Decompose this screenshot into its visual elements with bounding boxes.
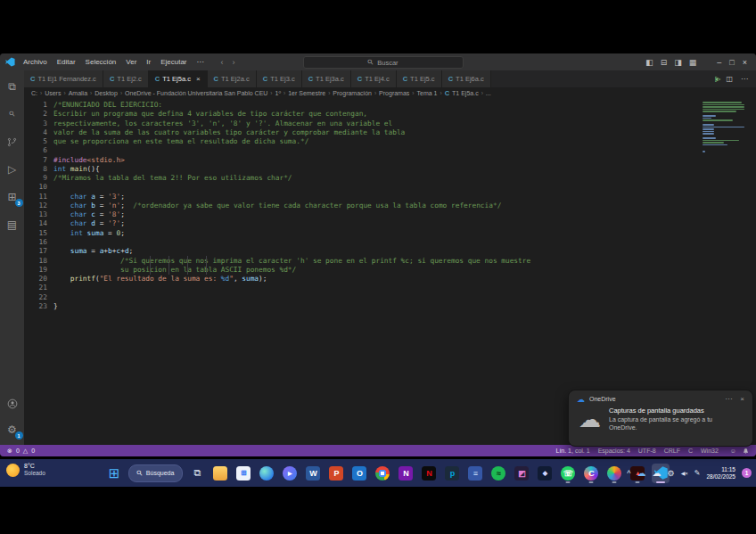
command-search-box[interactable]: ⚲ Buscar [303, 56, 464, 69]
menu-archivo[interactable]: Archivo [22, 58, 48, 66]
notebook-icon[interactable]: ▤ [5, 218, 20, 232]
toggle-secondary-sidebar-icon[interactable]: ◨ [674, 58, 682, 67]
tab-t1-ej1-fernandez-c[interactable]: CT1 Ej1 Fernandez.c [24, 70, 103, 87]
status-crlf[interactable]: CRLF [664, 448, 680, 454]
toggle-sidebar-icon[interactable]: ◧ [645, 58, 653, 67]
status-utf-8[interactable]: UTF-8 [638, 448, 656, 454]
run-debug-icon[interactable]: ▷ [5, 162, 20, 177]
status-c[interactable]: C [688, 448, 693, 454]
customize-layout-icon[interactable]: ▦ [689, 58, 697, 67]
close-tab-icon[interactable]: × [196, 75, 201, 83]
settings-gear-icon[interactable]: ⚙ 1 [5, 423, 20, 437]
toggle-panel-icon[interactable]: ⊟ [661, 58, 668, 67]
volume-mute-icon[interactable]: ◀× [681, 469, 688, 478]
notifications-bell-icon[interactable] [743, 448, 749, 455]
taskbar-clock[interactable]: 11:15 28/02/2025 [706, 466, 735, 480]
breadcrumb-item[interactable]: Users [45, 90, 61, 96]
tab-t1-ej5a-c[interactable]: CT1 Ej5a.c× [149, 70, 208, 87]
media-player-icon[interactable]: ▶ [281, 464, 299, 483]
spotify-icon[interactable]: ≈ [489, 464, 507, 483]
nav-forward-icon[interactable]: › [233, 58, 235, 67]
onedrive-notification[interactable]: ☁ OneDrive ⋯ × ☁ Capturas de pantalla gu… [568, 390, 753, 447]
breadcrumb-item[interactable]: Desktop [94, 90, 118, 96]
notification-close-icon[interactable]: × [740, 395, 744, 403]
restore-button[interactable]: □ [729, 58, 734, 67]
source-control-icon[interactable] [5, 135, 20, 149]
edge-icon[interactable] [258, 464, 275, 483]
netflix-icon[interactable]: N [420, 464, 438, 483]
menu-item[interactable]: ⋯ [196, 58, 205, 66]
tab-t1-ej2a-c[interactable]: CT1 Ej2a.c [208, 70, 257, 87]
code-text: int suma = 0; [53, 229, 125, 238]
weather-widget[interactable]: 8°C Soleado [6, 463, 45, 477]
tab-t1-ej3-c[interactable]: CT1 Ej3.c [257, 70, 302, 87]
menu-editar[interactable]: Editar [56, 58, 77, 66]
powerpoint-icon[interactable]: P [327, 464, 345, 483]
breadcrumb-item[interactable]: OneDrive - Fundación Universitaria San P… [125, 90, 267, 96]
task-view-button[interactable]: ⧉ [188, 464, 206, 483]
creative-app-icon[interactable]: ◩ [513, 464, 530, 483]
account-icon[interactable] [5, 397, 20, 411]
breadcrumb-item[interactable]: C: [31, 90, 37, 96]
breadcrumb-file[interactable]: T1 Ej5a.c [452, 90, 479, 96]
prime-video-icon[interactable]: p [443, 464, 461, 483]
nav-back-icon[interactable]: ‹ [221, 58, 224, 67]
minimap-line [703, 102, 742, 103]
menu-ver[interactable]: Ver [125, 58, 137, 66]
tab-t1-ej4-c[interactable]: CT1 Ej4.c [351, 70, 397, 87]
breadcrumb-item[interactable]: Tema 1 [417, 90, 438, 96]
photos-icon[interactable] [605, 464, 623, 483]
streaming-app-icon[interactable]: ◆ [536, 464, 554, 483]
breadcrumb-symbol[interactable]: ... [486, 90, 491, 96]
tab-t1-ej2-c[interactable]: CT1 Ej2.c [103, 70, 149, 87]
taskbar-search[interactable]: ⚲Búsqueda [128, 464, 183, 482]
minimap[interactable] [703, 102, 749, 152]
start-button[interactable]: ⊞ [105, 464, 123, 483]
status-espacios-4[interactable]: Espacios: 4 [598, 448, 630, 454]
tab-t1-ej3a-c[interactable]: CT1 Ej3a.c [302, 70, 351, 87]
tab-label: T1 Ej6a.c [456, 75, 484, 83]
tab-t1-ej6a-c[interactable]: CT1 Ej6a.c [442, 70, 491, 87]
breadcrumb-item[interactable]: Amalia [69, 90, 87, 96]
notification-count-badge[interactable]: 1 [742, 468, 752, 478]
extensions-icon[interactable]: ⊞ 3 [5, 190, 20, 204]
onedrive-tray-icon[interactable]: ☁ [637, 469, 646, 478]
settings-tray-icon[interactable]: ⚙ [668, 469, 675, 478]
cloud-tray-icon[interactable]: ☁ [653, 469, 662, 478]
notification-more-icon[interactable]: ⋯ [725, 395, 732, 403]
pen-icon[interactable]: ✎ [694, 469, 701, 478]
code-text: int main(){ [53, 165, 100, 174]
breadcrumb-item[interactable]: Programación [333, 90, 372, 96]
chrome-icon[interactable] [374, 464, 391, 483]
search-sidebar-icon[interactable]: ⚲ [5, 107, 20, 121]
outlook-icon[interactable]: O [350, 464, 368, 483]
movies-tv-icon[interactable]: ≡ [466, 464, 484, 483]
close-button[interactable]: × [743, 58, 747, 67]
status-win32[interactable]: Win32 [701, 448, 719, 454]
tab-t1-ej5-c[interactable]: CT1 Ej5.c [397, 70, 442, 87]
whatsapp-icon[interactable]: ☏ [559, 464, 577, 483]
minimize-button[interactable]: – [717, 58, 721, 67]
feedback-smiley-icon[interactable]: ☺ [730, 448, 736, 454]
breadcrumb-item[interactable]: 1º [275, 90, 281, 96]
run-file-button[interactable]: ▷▾ [715, 75, 718, 83]
line-number: 8 [24, 165, 53, 174]
explorer-icon[interactable]: ⧉ [5, 79, 20, 94]
menu-ejecutar[interactable]: Ejecutar [160, 58, 187, 66]
breadcrumb-item[interactable]: Programas [379, 90, 409, 96]
file-explorer-icon[interactable] [211, 464, 229, 483]
status-l-n-1-col-1[interactable]: Lín. 1, col. 1 [555, 448, 589, 454]
onenote-icon[interactable]: N [397, 464, 415, 483]
more-actions-icon[interactable]: ⋯ [741, 75, 748, 83]
menu-selecci-n[interactable]: Selección [85, 58, 118, 66]
word-icon[interactable]: W [304, 464, 322, 483]
split-editor-icon[interactable]: ◫ [726, 75, 733, 83]
breadcrumb[interactable]: C:›Users›Amalia›Desktop›OneDrive - Funda… [24, 87, 756, 99]
canva-icon[interactable]: C [582, 464, 600, 483]
problems-indicator[interactable]: ⊗ 0 △ 0 [7, 448, 35, 455]
menu-ir[interactable]: Ir [145, 58, 152, 66]
microsoft-store-icon[interactable]: ⊞ [234, 464, 252, 483]
breadcrumb-item[interactable]: 1er Semestre [288, 90, 325, 96]
code-line: 10 [24, 183, 756, 192]
chevron-up-icon[interactable]: ^ [627, 469, 630, 478]
